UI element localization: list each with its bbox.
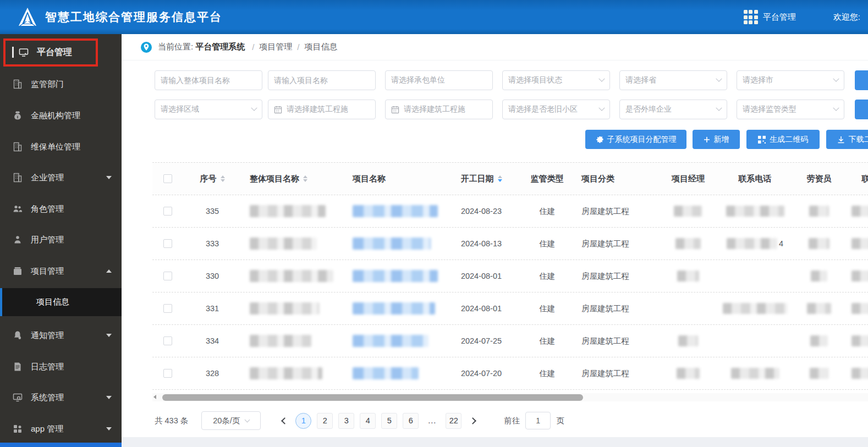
breadcrumb-item[interactable]: 项目管理 — [259, 42, 292, 52]
next-page-button[interactable] — [464, 412, 481, 429]
page-ellipsis[interactable]: ... — [424, 413, 440, 429]
sidebar-item-app[interactable]: app 管理 — [0, 418, 122, 440]
redacted-text — [678, 335, 698, 346]
sort-icon-active[interactable] — [498, 175, 502, 182]
chevron-down-icon — [106, 334, 112, 337]
col-start-date[interactable]: 开工日期 — [442, 163, 520, 195]
province-select[interactable]: 请选择省 — [619, 70, 727, 90]
chevron-up-icon — [106, 269, 112, 273]
sidebar-item-enterprise[interactable]: 企业管理 — [0, 167, 122, 189]
construction-date-start-picker[interactable]: 请选择建筑工程施 — [268, 100, 376, 119]
subsystem-assign-button[interactable]: 子系统项目分配管理 — [585, 130, 686, 149]
table-row[interactable]: 330 2024-08-01 住建 房屋建筑工程 — [152, 260, 868, 293]
sidebar-item-notification[interactable]: 通知管理 — [0, 324, 122, 346]
page-bottom-strip — [122, 437, 868, 447]
table-row[interactable]: 331 2024-08-01 住建 房屋建筑工程 — [152, 293, 868, 325]
table-row[interactable]: 333 2024-08-13 住建 房屋建筑工程 4 — [152, 228, 868, 260]
horizontal-scrollbar[interactable] — [152, 393, 868, 401]
col-overall-project-name[interactable]: 整体项目名称 — [242, 163, 345, 195]
page-size-select[interactable]: 20条/页 — [201, 411, 261, 430]
project-status-select[interactable]: 请选择项目状态 — [502, 70, 610, 90]
project-name-input[interactable] — [268, 70, 376, 90]
non-local-enterprise-select[interactable]: 是否外埠企业 — [619, 100, 727, 119]
chevron-down-icon — [716, 76, 722, 82]
generate-qrcode-button[interactable]: 生成二维码 — [746, 130, 820, 149]
table-row[interactable]: 328 2024-07-20 住建 房屋建筑工程 — [152, 357, 868, 390]
col-project-manager: 项目经理 — [661, 163, 716, 195]
sidebar-item-maintenance-unit[interactable]: 维保单位管理 — [0, 136, 122, 158]
redacted-text — [807, 303, 831, 314]
redacted-link[interactable] — [353, 238, 431, 250]
goto-page-input[interactable] — [525, 412, 551, 429]
redacted-link[interactable] — [353, 302, 435, 314]
page-button[interactable]: 22 — [446, 413, 462, 429]
redacted-text — [811, 271, 827, 282]
sidebar-item-log[interactable]: 日志管理 — [0, 356, 122, 378]
pagination: 共 433 条 20条/页 1 2 3 4 5 6 ... 22 前往 页 — [155, 410, 859, 431]
row-checkbox[interactable] — [163, 239, 172, 248]
page-button[interactable]: 2 — [317, 413, 333, 429]
add-button[interactable]: 新增 — [693, 130, 740, 149]
col-seq[interactable]: 序号 — [183, 163, 242, 195]
download-qrcode-button[interactable]: 下载二维码 — [826, 130, 868, 149]
reset-button[interactable] — [855, 100, 868, 119]
sidebar-item-financial-institution[interactable]: 金融机构管理 — [0, 104, 122, 126]
redacted-text — [727, 238, 777, 249]
table-row[interactable]: 334 2024-07-25 住建 房屋建筑工程 — [152, 325, 868, 357]
sidebar-item-project-info[interactable]: 项目信息 — [0, 288, 122, 316]
redacted-text — [851, 271, 868, 282]
sidebar-bottom-strip — [0, 443, 122, 447]
sidebar-item-platform[interactable]: 平台管理 — [0, 38, 122, 66]
prev-page-button[interactable] — [276, 412, 293, 429]
row-checkbox[interactable] — [163, 304, 172, 313]
header-nav-platform[interactable]: 平台管理 — [763, 12, 796, 23]
redacted-text — [675, 238, 701, 249]
col-labor-officer: 劳资员 — [794, 163, 844, 195]
chevron-down-icon — [245, 417, 250, 423]
redacted-link[interactable] — [353, 270, 438, 282]
sidebar-item-system[interactable]: 系统管理 — [0, 387, 122, 409]
page-button[interactable]: 4 — [360, 413, 376, 429]
scroll-left-arrow-icon[interactable] — [153, 395, 156, 399]
sidebar-item-project[interactable]: 项目管理 — [0, 260, 122, 282]
redacted-text — [250, 205, 326, 217]
redacted-link[interactable] — [353, 205, 438, 217]
divider — [12, 47, 14, 58]
contractor-select[interactable]: 请选择承包单位 — [385, 70, 493, 90]
page-button[interactable]: 5 — [381, 413, 397, 429]
supervision-type-select[interactable]: 请选择监管类型 — [737, 100, 844, 119]
row-checkbox[interactable] — [163, 207, 172, 216]
page-button[interactable]: 3 — [338, 413, 354, 429]
page-button-current[interactable]: 1 — [295, 413, 311, 429]
sidebar-item-user[interactable]: 用户管理 — [0, 229, 122, 251]
sort-icon[interactable] — [303, 175, 307, 182]
select-all-checkbox[interactable] — [163, 174, 172, 183]
construction-date-end-picker[interactable]: 请选择建筑工程施 — [385, 100, 493, 119]
old-community-select[interactable]: 请选择是否老旧小区 — [502, 100, 610, 119]
redacted-link[interactable] — [353, 335, 428, 347]
scrollbar-thumb[interactable] — [162, 394, 583, 401]
breadcrumb: 当前位置: 平台管理系统 / 项目管理 / 项目信息 — [122, 34, 868, 60]
breadcrumb-item[interactable]: 项目信息 — [305, 42, 338, 52]
overall-project-name-input[interactable] — [155, 70, 262, 90]
region-select[interactable]: 请选择区域 — [155, 100, 262, 119]
page-button[interactable]: 6 — [403, 413, 419, 429]
sort-icon[interactable] — [221, 175, 225, 182]
redacted-text — [250, 238, 317, 250]
sidebar-item-role[interactable]: 角色管理 — [0, 198, 122, 220]
redacted-text — [677, 271, 699, 282]
row-checkbox[interactable] — [163, 369, 172, 378]
search-button[interactable] — [855, 70, 868, 90]
goto-prefix: 前往 — [504, 416, 520, 426]
redacted-link[interactable] — [353, 367, 419, 379]
row-checkbox[interactable] — [163, 336, 172, 345]
redacted-text — [810, 368, 828, 379]
row-checkbox[interactable] — [163, 272, 172, 280]
total-count: 共 433 条 — [155, 416, 188, 426]
building-icon — [12, 79, 23, 90]
city-select[interactable]: 请选择市 — [737, 70, 844, 90]
sidebar-item-supervision-dept[interactable]: 监管部门 — [0, 73, 122, 95]
apps-grid-icon[interactable] — [744, 10, 758, 24]
col-project-name: 项目名称 — [345, 163, 442, 195]
table-row[interactable]: 335 2024-08-23 住建 房屋建筑工程 — [152, 195, 868, 228]
